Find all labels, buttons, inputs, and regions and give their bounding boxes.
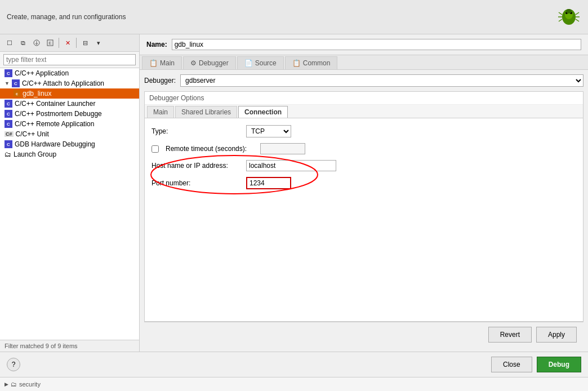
- section-label: Debugger Options: [145, 92, 583, 105]
- toolbar-separator-2: [76, 38, 77, 48]
- inner-tab-main[interactable]: Main: [147, 106, 174, 118]
- tree-item-label: C/C++ Remote Application: [15, 120, 94, 128]
- close-button[interactable]: Close: [491, 357, 532, 372]
- tree-item-label: C/C++ Attach to Application: [22, 79, 104, 87]
- left-panel: ☐ ⧉ E ✕ ⊟ ▾ C: [0, 34, 140, 352]
- svg-line-9: [576, 19, 579, 21]
- name-row: Name:: [140, 34, 588, 55]
- expand-arrow: ▼: [5, 81, 10, 86]
- host-input[interactable]: [246, 160, 336, 171]
- tree-item-label: gdb_linux: [23, 90, 51, 97]
- tab-common[interactable]: 📋 Common: [285, 56, 338, 69]
- tree-item-label: C/C++ Unit: [16, 130, 49, 138]
- c-icon-gdb: c: [14, 90, 20, 97]
- tree-item-gdb-hardware[interactable]: C GDB Hardware Debugging: [0, 139, 139, 149]
- host-row: Host name or IP address:: [152, 160, 336, 171]
- export-button[interactable]: E: [44, 37, 56, 49]
- port-row: Port number:: [152, 177, 336, 189]
- help-button[interactable]: ?: [7, 358, 20, 371]
- timeout-row: Remote timeout (seconds):: [152, 143, 576, 154]
- import-button[interactable]: [30, 37, 43, 49]
- c-icon-hardware: C: [5, 140, 12, 148]
- toolbar: ☐ ⧉ E ✕ ⊟ ▾: [0, 34, 139, 52]
- c-icon-container: C: [5, 100, 12, 108]
- tab-source[interactable]: 📄 Source: [237, 56, 284, 69]
- c-unit-icon: C#: [5, 131, 14, 137]
- tree-item-label: C/C++ Postmortem Debugge: [15, 110, 102, 118]
- c-icon: C: [5, 69, 12, 77]
- svg-line-6: [559, 19, 562, 21]
- main-tab-icon: 📋: [149, 59, 158, 67]
- host-port-wrapper: Host name or IP address: Port number:: [152, 160, 336, 195]
- svg-line-4: [559, 12, 562, 15]
- tabs-row: 📋 Main ⚙ Debugger 📄 Source 📋 Common: [140, 55, 588, 70]
- bottom-tree-label: security: [19, 381, 41, 388]
- connection-form: Type: TCP Serial Pipe Remote timeout (se…: [145, 118, 583, 321]
- bug-icon: [556, 5, 581, 29]
- tab-label: Main: [160, 59, 175, 67]
- tree-item-label: Launch Group: [14, 150, 56, 158]
- filter-input[interactable]: [3, 54, 136, 65]
- tree-item-label: C/C++ Container Launcher: [15, 100, 95, 108]
- host-label: Host name or IP address:: [152, 162, 242, 170]
- highlight-oval: [147, 152, 322, 197]
- bottom-tree-item-security[interactable]: ▶ 🗂 security: [5, 380, 583, 389]
- footer-buttons: Close Debug: [491, 357, 581, 372]
- panel-content: Debugger: gdbserver gdb lldb Debugger Op…: [140, 70, 588, 352]
- port-label: Port number:: [152, 179, 242, 187]
- debugger-select[interactable]: gdbserver gdb lldb: [180, 74, 583, 87]
- filter-dropdown-button[interactable]: ▾: [92, 37, 105, 49]
- timeout-input[interactable]: [260, 143, 305, 154]
- duplicate-button[interactable]: ⧉: [17, 37, 29, 49]
- tree-list: C C/C++ Application ▼ C C/C++ Attach to …: [0, 68, 139, 340]
- type-select[interactable]: TCP Serial Pipe: [246, 125, 291, 137]
- dialog-footer: ? Close Debug: [0, 352, 588, 377]
- tree-item-label: GDB Hardware Debugging: [15, 140, 95, 148]
- tree-item-label: C/C++ Application: [15, 69, 69, 77]
- common-tab-icon: 📋: [292, 59, 301, 67]
- title-bar: Create, manage, and run configurations: [0, 0, 588, 34]
- tree-item-gdb-linux[interactable]: c gdb_linux: [0, 88, 139, 99]
- inner-tab-connection[interactable]: Connection: [238, 106, 288, 118]
- inner-tab-shared[interactable]: Shared Libraries: [175, 106, 237, 118]
- debugger-tab-icon: ⚙: [190, 59, 197, 67]
- delete-button[interactable]: ✕: [61, 37, 74, 49]
- timeout-checkbox[interactable]: [152, 145, 159, 153]
- new-config-button[interactable]: ☐: [3, 37, 16, 49]
- tree-item-cpp-app[interactable]: C C/C++ Application: [0, 68, 139, 78]
- section-box: Debugger Options Main Shared Libraries C…: [144, 91, 583, 322]
- svg-line-7: [576, 12, 579, 15]
- c-icon-attach: C: [12, 79, 20, 87]
- inner-main-label: Main: [153, 108, 168, 116]
- bottom-buttons: Revert Apply: [144, 322, 583, 347]
- svg-point-10: [566, 9, 572, 14]
- tree-item-remote[interactable]: C C/C++ Remote Application: [0, 119, 139, 129]
- tree-item-launch-group[interactable]: 🗂 Launch Group: [0, 149, 139, 159]
- type-label: Type:: [152, 127, 242, 135]
- tree-item-container[interactable]: C C/C++ Container Launcher: [0, 99, 139, 109]
- inner-shared-label: Shared Libraries: [181, 108, 231, 116]
- inner-tabs: Main Shared Libraries Connection: [145, 105, 583, 118]
- tree-item-unit[interactable]: C# C/C++ Unit: [0, 129, 139, 139]
- tab-label: Debugger: [199, 59, 229, 67]
- debug-button[interactable]: Debug: [537, 357, 581, 372]
- tab-main[interactable]: 📋 Main: [142, 56, 182, 69]
- apply-button[interactable]: Apply: [536, 327, 577, 343]
- c-icon-remote: C: [5, 120, 12, 128]
- tab-label: Common: [303, 59, 331, 67]
- tree-item-postmortem[interactable]: C C/C++ Postmortem Debugge: [0, 109, 139, 119]
- folder-icon-bottom: 🗂: [11, 381, 17, 388]
- tab-debugger[interactable]: ⚙ Debugger: [183, 56, 236, 69]
- revert-button[interactable]: Revert: [488, 327, 532, 343]
- collapse-button[interactable]: ⊟: [79, 37, 91, 49]
- name-label: Name:: [146, 41, 167, 48]
- debugger-label: Debugger:: [144, 77, 176, 85]
- port-input[interactable]: [246, 177, 291, 189]
- bottom-tree: ▶ 🗂 security: [0, 377, 588, 391]
- name-input[interactable]: [172, 39, 581, 50]
- expand-arrow-bottom: ▶: [5, 381, 8, 387]
- filter-status: Filter matched 9 of 9 items: [0, 340, 139, 352]
- source-tab-icon: 📄: [244, 59, 253, 67]
- svg-text:E: E: [48, 41, 51, 46]
- tree-item-cpp-attach[interactable]: ▼ C C/C++ Attach to Application: [0, 78, 139, 88]
